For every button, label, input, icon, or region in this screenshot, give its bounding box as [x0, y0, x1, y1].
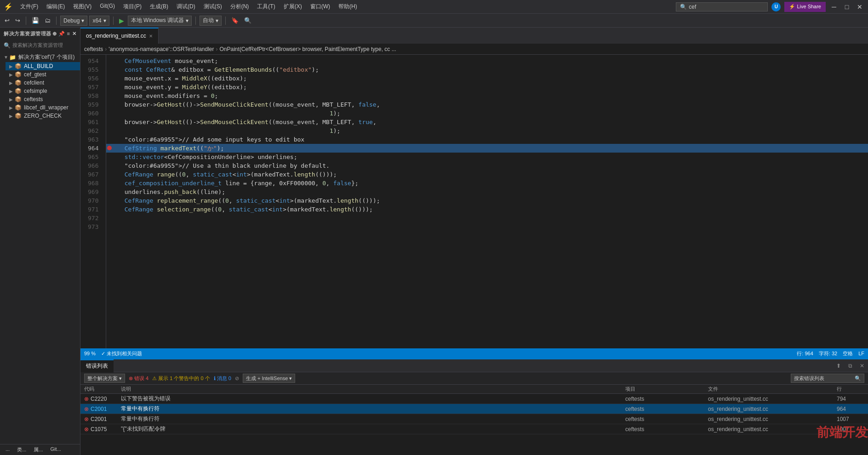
table-row[interactable]: ⊗ C2220 以下警告被视为错误 ceftests os_rendering_…	[80, 394, 868, 404]
col-code: 代码	[84, 386, 121, 392]
menu-help[interactable]: 帮助(H)	[335, 2, 361, 11]
code-line[interactable]: CefMouseEvent mouse_event;	[106, 57, 868, 65]
sidebar-item-label: cef_gtest	[24, 71, 46, 78]
code-line[interactable]: const CefRect& editbox = GetElementBound…	[106, 65, 868, 74]
panel-float-icon[interactable]: ⧉	[845, 363, 856, 369]
editor-area: os_rendering_unittest.cc ✕ ceftests › 'a…	[80, 28, 868, 455]
project-icon: 📦	[15, 104, 22, 111]
menu-window[interactable]: 窗口(W)	[307, 2, 334, 11]
save-button[interactable]: 💾	[30, 16, 41, 25]
chevron-icon: ▼	[4, 55, 9, 60]
save-all-button[interactable]: 🗂	[43, 16, 52, 25]
tab-os-rendering[interactable]: os_rendering_unittest.cc ✕	[80, 28, 159, 44]
code-content[interactable]: CefMouseEvent mouse_event; const CefRect…	[106, 55, 868, 348]
menu-file[interactable]: 文件(F)	[17, 2, 42, 11]
sidebar-item-zerocheck[interactable]: ▶ 📦 ZERO_CHECK	[6, 112, 80, 120]
code-line[interactable]: "color:#6a9955">// Add some input keys t…	[106, 135, 868, 144]
panel-tab-errors[interactable]: 错误列表	[80, 359, 114, 372]
sidebar-close-icon[interactable]: ✕	[72, 31, 77, 37]
sidebar-item-libcef[interactable]: ▶ 📦 libcef_dll_wrapper	[6, 103, 80, 112]
user-avatar[interactable]: U	[771, 2, 781, 11]
search-icon: 🔍	[855, 375, 861, 381]
bottom-tab-props[interactable]: 属...	[32, 446, 45, 453]
config-dropdown[interactable]: Debug ▾	[60, 16, 87, 26]
tab-close-icon[interactable]: ✕	[149, 34, 153, 39]
code-line[interactable]: browser->GetHost(()->SendMouseClickEvent…	[106, 118, 868, 126]
status-bar: 99 % ✓ 未找到相关问题 行: 964 字符: 32 空格 LF	[80, 348, 868, 358]
sidebar-pin-icon[interactable]: 📌	[58, 31, 65, 37]
code-line[interactable]: CefString markedText(("か");	[106, 144, 868, 153]
menu-git[interactable]: Git(G)	[96, 2, 119, 11]
minimize-button[interactable]: ─	[829, 2, 839, 11]
menu-debug[interactable]: 调试(D)	[173, 2, 199, 11]
table-row[interactable]: ⊗ C2001 常量中有换行符 ceftests os_rendering_un…	[80, 414, 868, 424]
menu-build[interactable]: 生成(B)	[146, 2, 172, 11]
code-line[interactable]: CefRange range((0, static_cast<int>(mark…	[106, 170, 868, 179]
undo-button[interactable]: ↩	[3, 16, 11, 25]
sidebar-item-cefgtest[interactable]: ▶ 📦 cef_gtest	[6, 70, 80, 79]
breadcrumb-method[interactable]: OnPaint(CefRefPtr<CefBrowser> browser, P…	[220, 46, 396, 52]
bottom-tab-ellipsis[interactable]: ...	[4, 446, 11, 453]
menu-project[interactable]: 项目(P)	[120, 2, 145, 11]
messages-count-badge[interactable]: ℹ 消息 0	[214, 375, 231, 382]
code-editor[interactable]: 9549559569579589599609619629639649659669…	[80, 55, 868, 348]
search-value: cef	[689, 4, 696, 10]
solution-root[interactable]: ▼ 📁 解决方案'cef'(7 个项目)	[0, 52, 80, 62]
menu-test[interactable]: 测试(S)	[200, 2, 226, 11]
panel-search-box[interactable]: 搜索错误列表 🔍	[791, 374, 864, 383]
code-line[interactable]: mouse_event.modifiers = 0;	[106, 91, 868, 100]
run-button[interactable]: ▶	[117, 16, 126, 25]
menu-view[interactable]: 视图(V)	[69, 2, 95, 11]
menu-tools[interactable]: 工具(T)	[253, 2, 279, 11]
auto-dropdown[interactable]: 自动 ▾	[200, 16, 222, 26]
code-line[interactable]: 1);	[106, 109, 868, 118]
code-line[interactable]: underlines.push_back((line);	[106, 188, 868, 196]
code-line[interactable]: mouse_event.y = MiddleY((editbox);	[106, 83, 868, 91]
code-line[interactable]: CefRange selection_range((0, static_cast…	[106, 205, 868, 214]
code-line[interactable]: "color:#6a9955">// Use a thin black unde…	[106, 161, 868, 170]
sidebar-menu-icon[interactable]: ≡	[67, 31, 70, 37]
sidebar-item-allbuild[interactable]: ▶ 📦 ALL_BUILD	[6, 62, 80, 70]
filter-icon[interactable]: ⊘	[235, 375, 239, 381]
sidebar-bottom-tabs: ... 类... 属... Git...	[0, 444, 80, 455]
bookmark-button[interactable]: 🔖	[229, 16, 240, 25]
code-line[interactable]: mouse_event.x = MiddleX((editbox);	[106, 74, 868, 83]
code-line[interactable]: cef_composition_underline_t line = {rang…	[106, 179, 868, 188]
panel-expand-icon[interactable]: ⬆	[833, 363, 845, 369]
live-share-button[interactable]: ⚡ Live Share	[784, 2, 826, 12]
bottom-tab-git[interactable]: Git...	[49, 446, 63, 453]
sidebar-item-ceftests[interactable]: ▶ 📦 ceftests	[6, 95, 80, 103]
panel-close-icon[interactable]: ✕	[856, 363, 868, 369]
vs-logo-icon: ⚡	[4, 2, 13, 11]
breadcrumb-filename[interactable]: ceftests	[84, 46, 103, 52]
menu-analyze[interactable]: 分析(N)	[227, 2, 253, 11]
redo-button[interactable]: ↪	[13, 16, 22, 25]
project-icon: 📦	[15, 113, 22, 119]
menu-edit[interactable]: 编辑(E)	[43, 2, 69, 11]
run-target-dropdown[interactable]: 本地 Windows 调试器 ▾	[128, 16, 192, 26]
sidebar-search-bar: 🔍 搜索解决方案资源管理	[0, 40, 80, 51]
table-row[interactable]: ⊗ C1075 "{"未找到匹配令牌 ceftests os_rendering…	[80, 424, 868, 434]
code-line[interactable]: 1);	[106, 126, 868, 135]
table-row[interactable]: ⊗ C2001 常量中有换行符 ceftests os_rendering_un…	[80, 404, 868, 414]
maximize-button[interactable]: □	[842, 2, 851, 11]
bottom-tab-class[interactable]: 类...	[15, 446, 28, 453]
warnings-count-badge[interactable]: ⚠ 展示 1 个警告中的 0 个	[152, 375, 210, 382]
sidebar-item-cefsimple[interactable]: ▶ 📦 cefsimple	[6, 87, 80, 95]
code-line[interactable]: CefRange replacement_range((0, static_ca…	[106, 196, 868, 205]
error-cell-project: ceftests	[625, 396, 708, 402]
sidebar-search-icon[interactable]: ⊕	[52, 31, 57, 37]
breadcrumb-namespace[interactable]: 'anonymous-namespace'::OSRTestHandler	[108, 46, 214, 52]
error-cell-code: ⊗ C2220	[84, 396, 121, 402]
build-filter-dropdown[interactable]: 生成 + IntelliSense ▾	[243, 374, 295, 383]
global-search-box[interactable]: 🔍 cef	[676, 2, 768, 11]
close-button[interactable]: ✕	[855, 2, 864, 11]
code-line[interactable]: std::vector<CefCompositionUnderline> und…	[106, 153, 868, 161]
find-button[interactable]: 🔍	[242, 16, 253, 25]
menu-extensions[interactable]: 扩展(X)	[280, 2, 306, 11]
arch-dropdown[interactable]: x64 ▾	[89, 16, 109, 26]
code-line[interactable]: browser->GetHost(()->SendMouseClickEvent…	[106, 100, 868, 109]
sidebar-item-cefclient[interactable]: ▶ 📦 cefclient	[6, 79, 80, 87]
errors-count-badge[interactable]: ⊗ 错误 4	[129, 375, 148, 382]
scope-filter-dropdown[interactable]: 整个解决方案 ▾	[84, 374, 125, 383]
